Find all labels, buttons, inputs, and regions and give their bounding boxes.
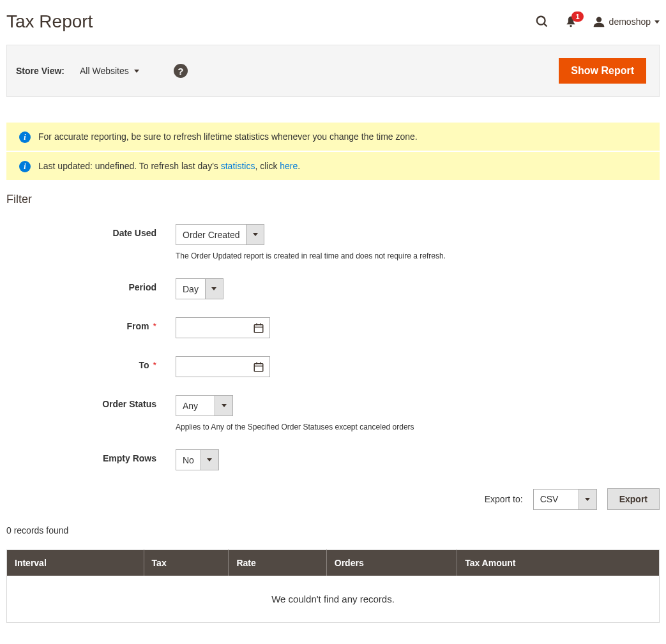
records-found-text: 0 records found [6,525,660,535]
notification-badge: 1 [571,11,583,22]
username-label: demoshop [609,17,651,27]
date-used-note: The Order Updated report is created in r… [176,251,660,260]
info-message: i For accurate reporting, be sure to ref… [6,123,660,151]
chevron-down-icon [655,20,660,24]
to-date-input[interactable] [176,358,248,376]
user-menu[interactable]: demoshop [593,15,660,28]
message-text: , click [255,161,280,171]
chevron-down-icon [215,396,232,416]
report-table: Interval Tax Rate Orders Tax Amount We c… [6,550,660,623]
select-value: CSV [534,490,579,509]
chevron-down-icon [205,279,223,299]
select-value: No [176,450,201,470]
svg-point-2 [570,25,571,27]
notifications-button[interactable]: 1 [564,15,577,28]
info-message: i Last updated: undefined. To refresh la… [6,152,660,180]
statistics-link[interactable]: statistics [221,161,255,171]
message-text: Last updated: undefined. To refresh last… [38,161,221,171]
select-value: Order Created [176,225,246,244]
chevron-down-icon [579,490,596,509]
empty-rows-select[interactable]: No [176,449,219,470]
export-format-select[interactable]: CSV [533,489,597,510]
col-tax-amount: Tax Amount [457,550,660,576]
to-label: To [139,360,149,370]
svg-point-0 [536,17,545,25]
date-used-select[interactable]: Order Created [176,224,264,245]
svg-line-1 [543,24,547,27]
store-view-selector[interactable]: All Websites [80,66,139,76]
calendar-icon[interactable] [248,361,269,373]
order-status-note: Applies to Any of the Specified Order St… [176,423,660,431]
chevron-down-icon [246,225,264,244]
chevron-down-icon [134,70,139,73]
page-toolbar: Store View: All Websites ? Show Report [6,45,660,97]
search-icon [535,15,549,29]
col-orders: Orders [326,550,457,576]
message-text: For accurate reporting, be sure to refre… [38,131,418,142]
order-status-select[interactable]: Any [176,395,233,416]
calendar-icon[interactable] [248,322,269,334]
refresh-here-link[interactable]: here [280,161,298,171]
col-rate: Rate [229,550,326,576]
search-button[interactable] [535,15,549,29]
store-view-value: All Websites [80,66,129,76]
message-text: . [298,161,300,171]
period-select[interactable]: Day [176,278,223,299]
from-date-input[interactable] [176,319,248,337]
page-title: Tax Report [6,11,93,32]
svg-point-3 [596,17,601,22]
show-report-button[interactable]: Show Report [559,58,646,84]
chevron-down-icon [201,450,218,470]
required-asterisk: * [153,321,156,331]
store-view-label: Store View: [16,66,64,76]
help-icon[interactable]: ? [174,64,188,78]
order-status-label: Order Status [6,395,176,409]
col-interval: Interval [7,550,144,576]
required-asterisk: * [153,360,156,370]
select-value: Day [176,279,205,299]
filter-heading: Filter [6,193,660,206]
empty-rows-label: Empty Rows [6,449,176,463]
col-tax: Tax [144,550,229,576]
select-value: Any [176,396,215,416]
period-label: Period [6,278,176,292]
from-label: From [127,321,149,331]
export-to-label: Export to: [485,494,523,504]
user-icon [593,15,605,28]
svg-rect-14 [254,363,263,371]
info-icon: i [19,161,31,172]
empty-text: We couldn't find any records. [7,576,660,623]
info-icon: i [19,131,31,143]
svg-rect-4 [254,324,263,332]
export-button[interactable]: Export [607,488,660,510]
date-used-label: Date Used [6,224,176,238]
empty-row: We couldn't find any records. [7,576,660,623]
